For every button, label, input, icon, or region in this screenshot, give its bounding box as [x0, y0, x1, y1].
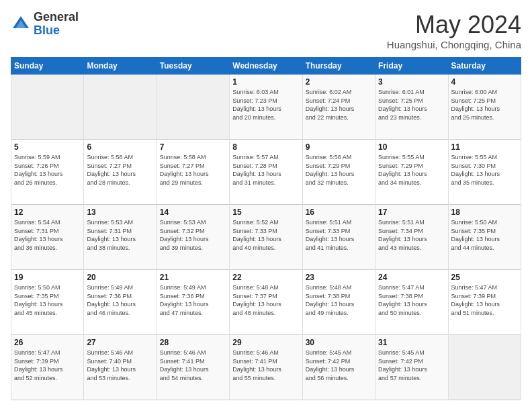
- day-info-2-4: Sunrise: 5:51 AM Sunset: 7:33 PM Dayligh…: [306, 218, 372, 252]
- day-cell-0-4: 2Sunrise: 6:02 AM Sunset: 7:24 PM Daylig…: [302, 75, 375, 140]
- day-number-3-5: 24: [378, 273, 445, 282]
- day-cell-0-1: [84, 75, 157, 140]
- day-info-2-0: Sunrise: 5:54 AM Sunset: 7:31 PM Dayligh…: [14, 218, 81, 252]
- day-number-1-4: 9: [306, 142, 372, 152]
- day-number-4-2: 28: [160, 338, 226, 347]
- header-thursday: Thursday: [302, 58, 375, 75]
- header-tuesday: Tuesday: [157, 58, 229, 75]
- day-cell-4-5: 31Sunrise: 5:45 AM Sunset: 7:42 PM Dayli…: [375, 335, 448, 400]
- day-cell-4-1: 27Sunrise: 5:46 AM Sunset: 7:40 PM Dayli…: [84, 335, 157, 400]
- day-cell-3-5: 24Sunrise: 5:47 AM Sunset: 7:38 PM Dayli…: [375, 270, 448, 335]
- day-info-4-5: Sunrise: 5:45 AM Sunset: 7:42 PM Dayligh…: [378, 349, 445, 382]
- day-cell-2-2: 14Sunrise: 5:53 AM Sunset: 7:32 PM Dayli…: [157, 205, 229, 270]
- day-cell-2-4: 16Sunrise: 5:51 AM Sunset: 7:33 PM Dayli…: [302, 205, 375, 270]
- day-info-2-5: Sunrise: 5:51 AM Sunset: 7:34 PM Dayligh…: [378, 218, 445, 252]
- day-cell-4-0: 26Sunrise: 5:47 AM Sunset: 7:39 PM Dayli…: [11, 335, 84, 400]
- day-info-0-4: Sunrise: 6:02 AM Sunset: 7:24 PM Dayligh…: [306, 88, 372, 122]
- day-cell-1-1: 6Sunrise: 5:58 AM Sunset: 7:27 PM Daylig…: [84, 140, 157, 205]
- day-number-1-6: 11: [451, 142, 518, 152]
- day-cell-3-2: 21Sunrise: 5:49 AM Sunset: 7:36 PM Dayli…: [157, 270, 229, 335]
- day-info-2-3: Sunrise: 5:52 AM Sunset: 7:33 PM Dayligh…: [232, 218, 299, 252]
- day-cell-0-3: 1Sunrise: 6:03 AM Sunset: 7:23 PM Daylig…: [230, 75, 302, 140]
- day-info-4-3: Sunrise: 5:46 AM Sunset: 7:41 PM Dayligh…: [232, 349, 299, 382]
- day-info-1-3: Sunrise: 5:57 AM Sunset: 7:28 PM Dayligh…: [232, 153, 299, 187]
- day-info-2-1: Sunrise: 5:53 AM Sunset: 7:31 PM Dayligh…: [87, 218, 153, 252]
- day-number-4-1: 27: [87, 338, 153, 347]
- day-number-2-5: 17: [378, 208, 445, 217]
- day-cell-4-2: 28Sunrise: 5:46 AM Sunset: 7:41 PM Dayli…: [157, 335, 229, 400]
- day-number-2-6: 18: [451, 208, 518, 217]
- day-info-1-1: Sunrise: 5:58 AM Sunset: 7:27 PM Dayligh…: [87, 153, 153, 187]
- day-number-2-2: 14: [160, 208, 226, 217]
- title-block: May 2024 Huangshui, Chongqing, China: [387, 11, 521, 50]
- day-info-3-1: Sunrise: 5:49 AM Sunset: 7:36 PM Dayligh…: [87, 283, 153, 317]
- day-info-0-5: Sunrise: 6:01 AM Sunset: 7:25 PM Dayligh…: [378, 88, 445, 122]
- week-row-1: 5Sunrise: 5:59 AM Sunset: 7:26 PM Daylig…: [11, 140, 521, 205]
- header-saturday: Saturday: [448, 58, 521, 75]
- header-row: Sunday Monday Tuesday Wednesday Thursday…: [11, 58, 521, 75]
- day-number-1-1: 6: [87, 142, 153, 152]
- day-info-4-2: Sunrise: 5:46 AM Sunset: 7:41 PM Dayligh…: [160, 349, 226, 382]
- day-cell-3-4: 23Sunrise: 5:48 AM Sunset: 7:38 PM Dayli…: [302, 270, 375, 335]
- day-number-3-3: 22: [232, 273, 299, 282]
- calendar-body: 1Sunrise: 6:03 AM Sunset: 7:23 PM Daylig…: [11, 75, 521, 400]
- day-number-2-0: 12: [14, 208, 81, 217]
- logo: General Blue: [11, 11, 79, 38]
- day-number-0-3: 1: [232, 77, 299, 87]
- day-info-1-5: Sunrise: 5:55 AM Sunset: 7:29 PM Dayligh…: [378, 153, 445, 187]
- day-info-3-6: Sunrise: 5:47 AM Sunset: 7:39 PM Dayligh…: [451, 283, 518, 317]
- day-info-4-1: Sunrise: 5:46 AM Sunset: 7:40 PM Dayligh…: [87, 349, 153, 382]
- day-cell-0-6: 4Sunrise: 6:00 AM Sunset: 7:25 PM Daylig…: [448, 75, 521, 140]
- day-number-2-1: 13: [87, 208, 153, 217]
- day-info-2-2: Sunrise: 5:53 AM Sunset: 7:32 PM Dayligh…: [160, 218, 226, 252]
- day-cell-4-3: 29Sunrise: 5:46 AM Sunset: 7:41 PM Dayli…: [230, 335, 302, 400]
- week-row-0: 1Sunrise: 6:03 AM Sunset: 7:23 PM Daylig…: [11, 75, 521, 140]
- logo-icon: [11, 14, 31, 34]
- header-friday: Friday: [375, 58, 448, 75]
- day-cell-2-0: 12Sunrise: 5:54 AM Sunset: 7:31 PM Dayli…: [11, 205, 84, 270]
- day-info-3-3: Sunrise: 5:48 AM Sunset: 7:37 PM Dayligh…: [232, 283, 299, 317]
- day-info-3-4: Sunrise: 5:48 AM Sunset: 7:38 PM Dayligh…: [306, 283, 372, 317]
- day-info-1-6: Sunrise: 5:55 AM Sunset: 7:30 PM Dayligh…: [451, 153, 518, 187]
- header-sunday: Sunday: [11, 58, 84, 75]
- day-cell-3-1: 20Sunrise: 5:49 AM Sunset: 7:36 PM Dayli…: [84, 270, 157, 335]
- day-cell-1-0: 5Sunrise: 5:59 AM Sunset: 7:26 PM Daylig…: [11, 140, 84, 205]
- day-number-3-2: 21: [160, 273, 226, 282]
- location: Huangshui, Chongqing, China: [387, 39, 521, 50]
- day-cell-3-3: 22Sunrise: 5:48 AM Sunset: 7:37 PM Dayli…: [230, 270, 302, 335]
- day-info-0-3: Sunrise: 6:03 AM Sunset: 7:23 PM Dayligh…: [232, 88, 299, 122]
- day-cell-1-6: 11Sunrise: 5:55 AM Sunset: 7:30 PM Dayli…: [448, 140, 521, 205]
- day-number-3-4: 23: [306, 273, 372, 282]
- day-info-0-6: Sunrise: 6:00 AM Sunset: 7:25 PM Dayligh…: [451, 88, 518, 122]
- day-cell-0-0: [11, 75, 84, 140]
- calendar: Sunday Monday Tuesday Wednesday Thursday…: [11, 57, 521, 400]
- day-number-1-5: 10: [378, 142, 445, 152]
- day-cell-4-4: 30Sunrise: 5:45 AM Sunset: 7:42 PM Dayli…: [302, 335, 375, 400]
- day-info-3-0: Sunrise: 5:50 AM Sunset: 7:35 PM Dayligh…: [14, 283, 81, 317]
- day-cell-4-6: [448, 335, 521, 400]
- day-cell-3-0: 19Sunrise: 5:50 AM Sunset: 7:35 PM Dayli…: [11, 270, 84, 335]
- week-row-3: 19Sunrise: 5:50 AM Sunset: 7:35 PM Dayli…: [11, 270, 521, 335]
- day-number-4-4: 30: [306, 338, 372, 347]
- day-cell-2-3: 15Sunrise: 5:52 AM Sunset: 7:33 PM Dayli…: [230, 205, 302, 270]
- day-info-4-4: Sunrise: 5:45 AM Sunset: 7:42 PM Dayligh…: [306, 349, 372, 382]
- day-number-4-0: 26: [14, 338, 81, 347]
- logo-blue: Blue: [34, 24, 60, 37]
- day-number-3-1: 20: [87, 273, 153, 282]
- day-cell-1-3: 8Sunrise: 5:57 AM Sunset: 7:28 PM Daylig…: [230, 140, 302, 205]
- day-cell-0-2: [157, 75, 229, 140]
- header: General Blue May 2024 Huangshui, Chongqi…: [11, 11, 521, 50]
- day-info-1-4: Sunrise: 5:56 AM Sunset: 7:29 PM Dayligh…: [306, 153, 372, 187]
- page: General Blue May 2024 Huangshui, Chongqi…: [0, 0, 532, 411]
- day-info-2-6: Sunrise: 5:50 AM Sunset: 7:35 PM Dayligh…: [451, 218, 518, 252]
- day-cell-1-4: 9Sunrise: 5:56 AM Sunset: 7:29 PM Daylig…: [302, 140, 375, 205]
- day-number-4-3: 29: [232, 338, 299, 347]
- day-cell-2-1: 13Sunrise: 5:53 AM Sunset: 7:31 PM Dayli…: [84, 205, 157, 270]
- header-wednesday: Wednesday: [230, 58, 302, 75]
- calendar-header: Sunday Monday Tuesday Wednesday Thursday…: [11, 58, 521, 75]
- day-number-4-5: 31: [378, 338, 445, 347]
- day-number-3-6: 25: [451, 273, 518, 282]
- day-cell-3-6: 25Sunrise: 5:47 AM Sunset: 7:39 PM Dayli…: [448, 270, 521, 335]
- day-info-3-2: Sunrise: 5:49 AM Sunset: 7:36 PM Dayligh…: [160, 283, 226, 317]
- day-number-2-4: 16: [306, 208, 372, 217]
